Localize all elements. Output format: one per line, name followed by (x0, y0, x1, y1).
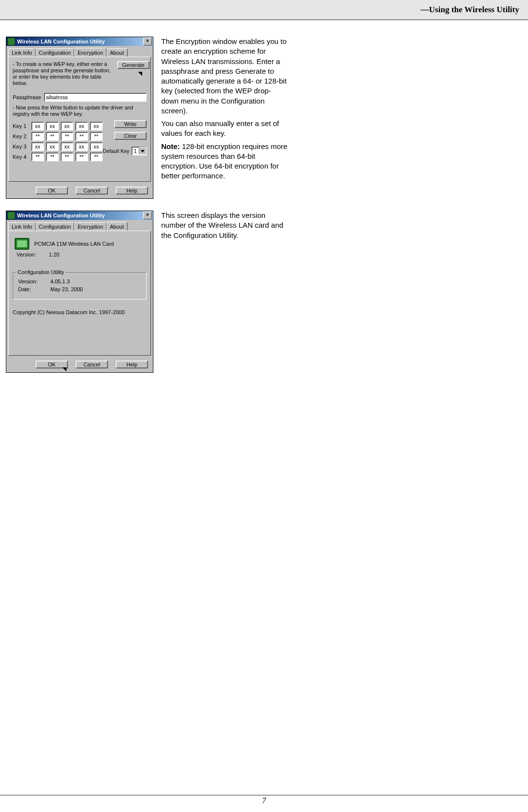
key3-cell[interactable]: xx (75, 142, 88, 151)
tab-link-info[interactable]: Link Info (8, 222, 36, 231)
key3-cell[interactable]: xx (31, 142, 44, 151)
instruction-top: - To create a new WEP key, either enter … (13, 61, 113, 87)
clear-button[interactable]: Clear (114, 132, 147, 140)
note-text: 128-bit encryption requires more system … (161, 142, 287, 180)
window-title: Wireless LAN Configuration Utility (17, 213, 105, 218)
tab-link-info[interactable]: Link Info (8, 48, 36, 57)
key2-cell[interactable]: ** (46, 132, 59, 141)
tab-about[interactable]: About (106, 222, 127, 231)
passphrase-label: Passphrase (13, 94, 41, 100)
generate-button[interactable]: Generate (117, 61, 149, 69)
key1-cell[interactable]: xx (46, 122, 59, 130)
write-button[interactable]: Write (114, 120, 147, 128)
default-key-select[interactable]: 1 (131, 147, 147, 155)
key4-label: Key 4 (13, 154, 29, 160)
key1-cell[interactable]: xx (31, 122, 44, 130)
page-footer: 7 (0, 795, 528, 805)
key2-cell[interactable]: ** (75, 132, 88, 141)
key2-cell[interactable]: ** (61, 132, 73, 141)
tab-encryption[interactable]: Encryption (74, 222, 106, 231)
close-icon[interactable]: × (143, 212, 152, 219)
cancel-button[interactable]: Cancel (76, 187, 108, 194)
encryption-description: The Encryption window enables you to cre… (161, 37, 288, 184)
key1-label: Key 1 (13, 123, 29, 129)
titlebar: Wireless LAN Configuration Utility × (6, 37, 153, 46)
key2-label: Key 2 (13, 133, 29, 139)
page-number: 7 (262, 796, 266, 805)
encryption-panel: - To create a new WEP key, either enter … (8, 57, 151, 182)
key4-cell[interactable]: ** (75, 152, 88, 161)
key2-cell[interactable]: ** (90, 132, 103, 141)
page-header-title: —Using the Wireless Utility (421, 5, 519, 15)
tabs: Link Info Configuration Encryption About (6, 46, 153, 57)
key4-cell[interactable]: ** (31, 152, 44, 161)
util-date-label: Date: (18, 286, 41, 292)
app-icon (7, 38, 15, 45)
cursor-icon (138, 70, 145, 76)
util-version-label: Version: (18, 278, 41, 284)
key3-cell[interactable]: xx (61, 142, 73, 151)
default-key-value: 1 (132, 148, 139, 154)
desc-note: Note: 128-bit encryption requires more s… (161, 142, 288, 181)
about-desc-p1: This screen displays the version number … (161, 211, 288, 240)
row-encryption: Wireless LAN Configuration Utility × Lin… (6, 37, 522, 199)
key3-label: Key 3 (13, 144, 29, 150)
copyright-text: Copyright (C) Neesus Datacom Inc. 1997-2… (13, 309, 147, 315)
card-name: PCMCIA 11M Wireless LAN Card (34, 241, 114, 247)
ok-button[interactable]: OK (36, 187, 68, 194)
card-version-label: Version: (17, 252, 39, 257)
dialog-buttons: OK Cancel Help (6, 358, 153, 372)
key4-cell[interactable]: ** (46, 152, 59, 161)
util-version-value: 4.05.1.3 (50, 278, 70, 284)
passphrase-input[interactable]: albatross (44, 93, 147, 102)
about-panel: PCMCIA 11M Wireless LAN Card Version: 1.… (8, 231, 151, 356)
dialog-buttons: OK Cancel Help (6, 184, 153, 198)
group-legend: Configuration Utility (16, 269, 65, 275)
util-date-value: May 23, 2000 (50, 286, 83, 292)
card-version-value: 1.20 (49, 252, 59, 257)
key2-cell[interactable]: ** (31, 132, 44, 141)
window-title: Wireless LAN Configuration Utility (17, 39, 105, 44)
tab-configuration[interactable]: Configuration (36, 48, 74, 57)
tabs: Link Info Configuration Encryption About (6, 220, 153, 231)
note-label: Note: (161, 142, 180, 150)
key1-cell[interactable]: xx (90, 122, 103, 130)
default-key-label: Default Key (103, 148, 129, 154)
cancel-button[interactable]: Cancel (76, 361, 108, 368)
lan-card-icon (15, 238, 29, 250)
encryption-window: Wireless LAN Configuration Utility × Lin… (6, 37, 153, 199)
key4-cell[interactable]: ** (61, 152, 73, 161)
help-button[interactable]: Help (116, 187, 148, 194)
about-window: Wireless LAN Configuration Utility × Lin… (6, 211, 153, 373)
key3-cell[interactable]: xx (46, 142, 59, 151)
key4-cell[interactable]: ** (90, 152, 103, 161)
page-header: —Using the Wireless Utility (0, 0, 528, 20)
close-icon[interactable]: × (143, 38, 152, 45)
app-icon (7, 212, 15, 219)
key-grid: Key 1 xx xx xx xx xx Key 2 ** ** ** (13, 120, 103, 163)
key1-cell[interactable]: xx (61, 122, 73, 130)
chevron-down-icon (139, 147, 146, 154)
titlebar: Wireless LAN Configuration Utility × (6, 211, 153, 220)
key3-cell[interactable]: xx (90, 142, 103, 151)
config-utility-group: Configuration Utility Version: 4.05.1.3 … (13, 272, 147, 299)
desc-p1: The Encryption window enables you to cre… (161, 37, 288, 116)
help-button[interactable]: Help (116, 361, 148, 368)
desc-p2: You can also manually enter a set of val… (161, 119, 288, 139)
instruction-mid: - Now press the Write button to update t… (13, 105, 147, 117)
tab-encryption[interactable]: Encryption (74, 48, 106, 57)
tab-configuration[interactable]: Configuration (36, 222, 74, 231)
tab-about[interactable]: About (106, 48, 127, 57)
row-about: Wireless LAN Configuration Utility × Lin… (6, 211, 522, 373)
about-description: This screen displays the version number … (161, 211, 288, 243)
key1-cell[interactable]: xx (75, 122, 88, 130)
